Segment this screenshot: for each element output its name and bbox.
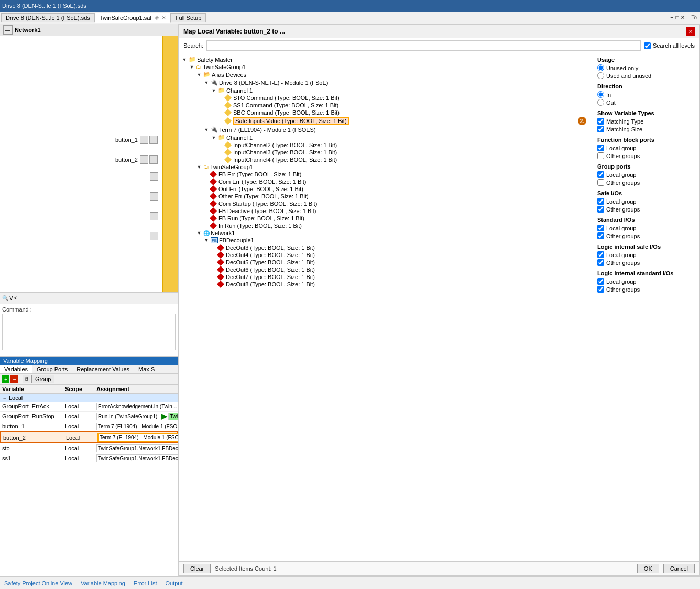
status-tab-online-view[interactable]: Safety Project Online View — [4, 580, 72, 586]
network-collapse-btn[interactable]: — — [3, 25, 13, 35]
ok-btn[interactable]: OK — [637, 564, 659, 573]
matching-type-checkbox[interactable] — [597, 118, 604, 125]
close-window-icon[interactable]: ✕ — [681, 15, 685, 20]
direction-out-label: Out — [606, 99, 616, 106]
list-item[interactable]: In Run (Type: BOOL, Size: 1 Bit) — [181, 222, 592, 229]
list-item[interactable]: SS1 Command (Type: BOOL, Size: 1 Bit) — [181, 102, 592, 109]
safe-local-checkbox[interactable] — [597, 198, 604, 205]
section-expand[interactable]: ⌄ — [2, 394, 7, 401]
search-input[interactable] — [206, 40, 641, 51]
ls-other-checkbox[interactable] — [597, 259, 604, 266]
dialog-close-btn[interactable]: ✕ — [686, 27, 695, 36]
list-item[interactable]: Com Err (Type: BOOL, Size: 1 Bit) — [181, 178, 592, 185]
list-item[interactable]: FB Err (Type: BOOL, Size: 1 Bit) — [181, 171, 592, 178]
direction-out-radio[interactable] — [597, 99, 604, 106]
expander-icon[interactable]: ▼ — [203, 127, 210, 133]
tab-twinsafe[interactable]: TwinSafeGroup1.sal ◈ ✕ — [95, 13, 171, 23]
tab-replacement-values[interactable]: Replacement Values — [72, 365, 134, 373]
device-icon: 🔌 — [211, 79, 218, 86]
fb-other-checkbox[interactable] — [597, 152, 604, 159]
list-item[interactable]: SBC Command (Type: BOOL, Size: 1 Bit) — [181, 109, 592, 116]
tab-fullsetup[interactable]: Full Setup — [171, 13, 206, 22]
unused-only-radio[interactable] — [597, 64, 604, 71]
left-icon[interactable]: < — [14, 295, 17, 301]
ls-local-checkbox[interactable] — [597, 251, 604, 258]
expander-icon[interactable]: ▼ — [181, 57, 188, 63]
status-tab-error-list[interactable]: Error List — [134, 580, 157, 586]
expander-icon[interactable]: ▼ — [196, 230, 202, 236]
tab-close-icon[interactable]: ✕ — [162, 15, 166, 20]
fb-other-row: Other groups — [597, 152, 696, 159]
list-item[interactable]: STO Command (Type: BOOL, Size: 1 Bit) — [181, 94, 592, 102]
tab-maxs[interactable]: Max S — [134, 365, 159, 373]
expander-icon[interactable]: ▼ — [211, 135, 217, 141]
diamond-icon — [224, 109, 232, 116]
status-tab-variable-mapping[interactable]: Variable Mapping — [81, 580, 125, 586]
expander-icon[interactable]: ▼ — [196, 72, 202, 78]
list-item: ▼ 📂 Alias Devices — [181, 71, 592, 79]
list-item[interactable]: FB Deactive (Type: BOOL, Size: 1 Bit) — [181, 207, 592, 215]
list-item: ▼ 📁 Safety Master — [181, 55, 592, 63]
remove-variable-btn[interactable]: − — [10, 375, 18, 383]
command-input[interactable] — [2, 314, 176, 350]
gp-local-checkbox[interactable] — [597, 171, 604, 178]
expander-icon[interactable]: ▼ — [203, 80, 210, 86]
dialog-footer: Clear Selected Items Count: 1 OK Cancel — [179, 561, 699, 575]
assign-left[interactable]: ErrorAcknowledgement.In (TwinSafeGroup1) — [96, 403, 180, 410]
button1-connector1 — [140, 136, 148, 144]
lstd-other-row: Other groups — [597, 286, 696, 293]
list-item[interactable]: DecOut3 (Type: BOOL, Size: 1 Bit) — [181, 244, 592, 251]
expander-icon[interactable]: ▼ — [189, 64, 195, 70]
safe-local-label: Local group — [606, 198, 637, 205]
std-local-checkbox[interactable] — [597, 225, 604, 231]
list-item[interactable]: InputChannel3 (Type: BOOL, Size: 1 Bit) — [181, 149, 592, 156]
table-row: sto Local TwinSafeGroup1.Network1.FBDeco… — [0, 443, 178, 453]
command-area: Command : — [0, 304, 178, 357]
restore-icon[interactable]: □ — [675, 15, 679, 20]
assign-left[interactable]: Run.In (TwinSafeGroup1) — [96, 413, 160, 420]
tab-group-ports[interactable]: Group Ports — [32, 365, 72, 373]
direction-in-row: In — [597, 91, 696, 98]
list-item[interactable]: InputChannel2 (Type: BOOL, Size: 1 Bit) — [181, 141, 592, 149]
lstd-other-checkbox[interactable] — [597, 286, 604, 293]
list-item[interactable]: DecOut6 (Type: BOOL, Size: 1 Bit) — [181, 266, 592, 273]
list-item[interactable]: Safe Inputs Value (Type: BOOL, Size: 1 B… — [181, 116, 592, 126]
list-item[interactable]: FB Run (Type: BOOL, Size: 1 Bit) — [181, 215, 592, 222]
status-tab-output[interactable]: Output — [165, 580, 182, 586]
view-icon[interactable]: 🔍 — [2, 295, 8, 301]
search-all-checkbox[interactable] — [644, 42, 651, 49]
safe-ios-title: Safe I/Os — [597, 190, 696, 196]
group-btn[interactable]: Group — [31, 375, 55, 383]
clear-btn[interactable]: Clear — [183, 564, 211, 573]
add-variable-btn[interactable]: + — [2, 375, 9, 383]
minimize-icon[interactable]: − — [671, 15, 674, 20]
lstd-local-checkbox[interactable] — [597, 278, 604, 285]
list-item[interactable]: DecOut5 (Type: BOOL, Size: 1 Bit) — [181, 259, 592, 266]
cancel-btn[interactable]: Cancel — [663, 564, 695, 573]
tab-drive8[interactable]: Drive 8 (DEN-S...le 1 (FSoE).sds — [1, 13, 95, 22]
copy-btn[interactable]: ⧉ — [23, 375, 30, 383]
list-item[interactable]: InputChannel4 (Type: BOOL, Size: 1 Bit) — [181, 156, 592, 163]
conn1 — [150, 172, 158, 181]
list-item[interactable]: DecOut4 (Type: BOOL, Size: 1 Bit) — [181, 251, 592, 259]
expander-icon[interactable]: ▼ — [196, 164, 202, 170]
fb-local-checkbox[interactable] — [597, 145, 604, 151]
list-item[interactable]: Other Err (Type: BOOL, Size: 1 Bit) — [181, 193, 592, 200]
expander-icon[interactable]: ▼ — [203, 237, 210, 243]
collapse-icon[interactable]: V — [9, 295, 13, 301]
list-item[interactable]: DecOut8 (Type: BOOL, Size: 1 Bit) — [181, 281, 592, 288]
expander-icon[interactable]: ▼ — [211, 87, 217, 94]
list-item[interactable]: Out Err (Type: BOOL, Size: 1 Bit) — [181, 185, 592, 193]
gp-other-checkbox[interactable] — [597, 179, 604, 186]
tab-bar: Drive 8 (DEN-S...le 1 (FSoE).sds TwinSaf… — [0, 12, 700, 24]
used-and-unused-radio[interactable] — [597, 72, 604, 79]
std-other-checkbox[interactable] — [597, 232, 604, 239]
tab-variables[interactable]: Variables — [0, 365, 32, 373]
list-item[interactable]: DecOut7 (Type: BOOL, Size: 1 Bit) — [181, 273, 592, 281]
matching-size-checkbox[interactable] — [597, 126, 604, 132]
diamond-icon — [217, 266, 224, 273]
safe-other-checkbox[interactable] — [597, 206, 604, 213]
direction-in-radio[interactable] — [597, 91, 604, 98]
list-item[interactable]: Com Startup (Type: BOOL, Size: 1 Bit) — [181, 200, 592, 207]
var-scope: Local — [65, 413, 96, 419]
